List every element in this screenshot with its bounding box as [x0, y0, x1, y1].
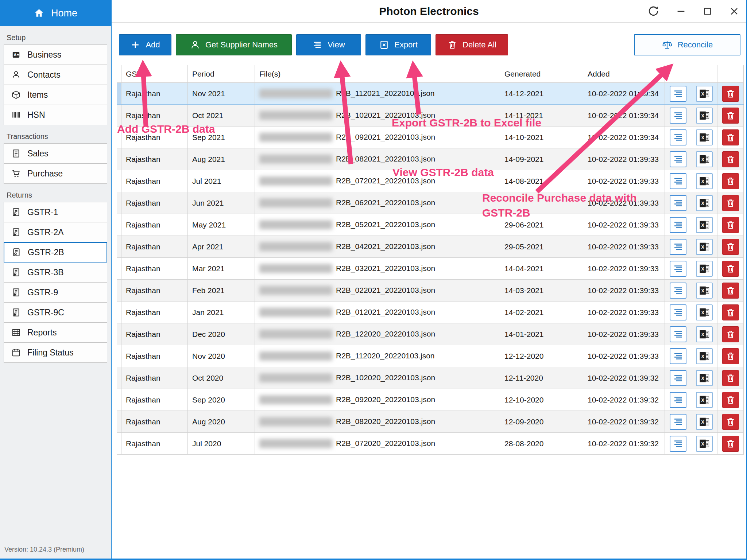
sidebar-item-reports[interactable]: Reports [4, 322, 107, 343]
row-delete-button[interactable] [722, 217, 739, 233]
table-row[interactable]: Rajasthan Jun 2021 R2B_062021_20220103.j… [117, 192, 744, 214]
table-row[interactable]: Rajasthan Oct 2020 R2B_102020_20220103.j… [117, 367, 744, 389]
column-header-generated[interactable]: Generated [500, 65, 583, 83]
row-delete-button[interactable] [722, 348, 739, 364]
sidebar-item-gstr-2b[interactable]: GSTR-2B [4, 242, 107, 262]
calendar-icon [11, 348, 21, 357]
table-row[interactable]: Rajasthan Nov 2021 R2B_112021_20220103.j… [117, 83, 744, 105]
row-delete-button[interactable] [722, 129, 739, 145]
row-delete-button[interactable] [722, 86, 739, 102]
maximize-button[interactable] [703, 6, 713, 16]
row-view-button[interactable] [670, 86, 686, 102]
sidebar-item-hsn[interactable]: HSN [4, 105, 107, 125]
row-view-button[interactable] [670, 129, 686, 145]
table-row[interactable]: Rajasthan Jan 2021 R2B_012021_20220103.j… [117, 302, 744, 323]
row-delete-button[interactable] [722, 392, 739, 408]
row-export-excel-button[interactable] [696, 86, 713, 102]
table-row[interactable]: Rajasthan Apr 2021 R2B_042021_20220103.j… [117, 236, 744, 258]
row-export-excel-button[interactable] [696, 108, 713, 124]
row-export-excel-button[interactable] [696, 129, 713, 145]
row-export-excel-button[interactable] [696, 304, 713, 320]
row-view-button[interactable] [670, 304, 686, 320]
table-row[interactable]: Rajasthan Feb 2021 R2B_022021_20220103.j… [117, 280, 744, 302]
sidebar-item-home[interactable]: Home [0, 0, 111, 26]
row-view-button[interactable] [670, 195, 686, 211]
delete-all-button[interactable]: Delete All [436, 34, 508, 55]
row-view-button[interactable] [670, 151, 686, 167]
column-header-files[interactable]: File(s) [255, 65, 500, 83]
row-export-excel-button[interactable] [696, 217, 713, 233]
row-export-excel-button[interactable] [696, 392, 713, 408]
view-button[interactable]: View [296, 34, 361, 55]
row-view-button[interactable] [670, 370, 686, 386]
sidebar-item-filing-status[interactable]: Filing Status [4, 342, 107, 363]
row-export-excel-button[interactable] [696, 326, 713, 342]
close-button[interactable] [729, 6, 740, 17]
row-view-button[interactable] [670, 414, 686, 430]
row-export-excel-button[interactable] [696, 436, 713, 452]
row-view-button[interactable] [670, 108, 686, 124]
sidebar-item-gstr-3b[interactable]: GSTR-3B [4, 262, 107, 283]
row-view-button[interactable] [670, 261, 686, 277]
row-delete-button[interactable] [722, 239, 739, 255]
export-button[interactable]: Export [365, 34, 431, 55]
sidebar-item-business[interactable]: Business [4, 44, 107, 65]
row-delete-button[interactable] [722, 261, 739, 277]
row-delete-button[interactable] [722, 370, 739, 386]
sidebar-item-gstr-1[interactable]: GSTR-1 [4, 202, 107, 222]
row-delete-button[interactable] [722, 173, 739, 189]
row-view-button[interactable] [670, 173, 686, 189]
row-delete-button[interactable] [722, 414, 739, 430]
row-view-button[interactable] [670, 239, 686, 255]
row-export-excel-button[interactable] [696, 414, 713, 430]
table-row[interactable]: Rajasthan Jul 2021 R2B_072021_20220103.j… [117, 170, 744, 192]
table-row[interactable]: Rajasthan Mar 2021 R2B_032021_20220103.j… [117, 258, 744, 280]
row-view-button[interactable] [670, 217, 686, 233]
get-supplier-names-button[interactable]: Get Supplier Names [176, 34, 292, 55]
table-row[interactable]: Rajasthan Oct 2021 R2B_102021_20220103.j… [117, 105, 744, 127]
table-row[interactable]: Rajasthan Sep 2021 R2B_092021_20220103.j… [117, 127, 744, 148]
sidebar-item-sales[interactable]: Sales [4, 143, 107, 164]
row-delete-button[interactable] [722, 151, 739, 167]
excel-file-icon [699, 176, 710, 187]
minimize-button[interactable] [676, 6, 686, 17]
sidebar-item-items[interactable]: Items [4, 85, 107, 105]
row-export-excel-button[interactable] [696, 195, 713, 211]
sidebar-item-gstr-2a[interactable]: GSTR-2A [4, 222, 107, 242]
row-view-button[interactable] [670, 348, 686, 364]
row-delete-button[interactable] [722, 108, 739, 124]
table-row[interactable]: Rajasthan Dec 2020 R2B_122020_20220103.j… [117, 323, 744, 345]
table-row[interactable]: Rajasthan Nov 2020 R2B_112020_20220103.j… [117, 345, 744, 367]
sidebar-item-purchase[interactable]: Purchase [4, 163, 107, 184]
row-export-excel-button[interactable] [696, 173, 713, 189]
column-header-gst[interactable]: GST [121, 65, 188, 83]
row-export-excel-button[interactable] [696, 151, 713, 167]
sidebar-item-gstr-9c[interactable]: GSTR-9C [4, 302, 107, 323]
table-row[interactable]: Rajasthan Aug 2021 R2B_082021_20220103.j… [117, 148, 744, 170]
column-header-period[interactable]: Period [188, 65, 255, 83]
row-export-excel-button[interactable] [696, 283, 713, 299]
reconcile-button[interactable]: Reconcile [634, 34, 740, 55]
row-export-excel-button[interactable] [696, 239, 713, 255]
sidebar-item-contacts[interactable]: Contacts [4, 65, 107, 85]
row-delete-button[interactable] [722, 304, 739, 320]
row-view-button[interactable] [670, 392, 686, 408]
row-export-excel-button[interactable] [696, 370, 713, 386]
row-delete-button[interactable] [722, 195, 739, 211]
row-view-button[interactable] [670, 326, 686, 342]
table-row[interactable]: Rajasthan May 2021 R2B_052021_20220103.j… [117, 214, 744, 236]
row-export-excel-button[interactable] [696, 261, 713, 277]
sidebar-item-gstr-9[interactable]: GSTR-9 [4, 282, 107, 303]
add-button[interactable]: Add [119, 34, 171, 55]
table-row[interactable]: Rajasthan Jul 2020 R2B_072020_20220103.j… [117, 433, 744, 455]
column-header-added[interactable]: Added [583, 65, 665, 83]
table-row[interactable]: Rajasthan Aug 2020 R2B_082020_20220103.j… [117, 411, 744, 433]
row-view-button[interactable] [670, 283, 686, 299]
row-export-excel-button[interactable] [696, 348, 713, 364]
refresh-button[interactable] [647, 5, 659, 18]
row-delete-button[interactable] [722, 326, 739, 342]
row-delete-button[interactable] [722, 283, 739, 299]
row-delete-button[interactable] [722, 436, 739, 452]
table-row[interactable]: Rajasthan Sep 2020 R2B_092020_20220103.j… [117, 389, 744, 411]
row-view-button[interactable] [670, 436, 686, 452]
